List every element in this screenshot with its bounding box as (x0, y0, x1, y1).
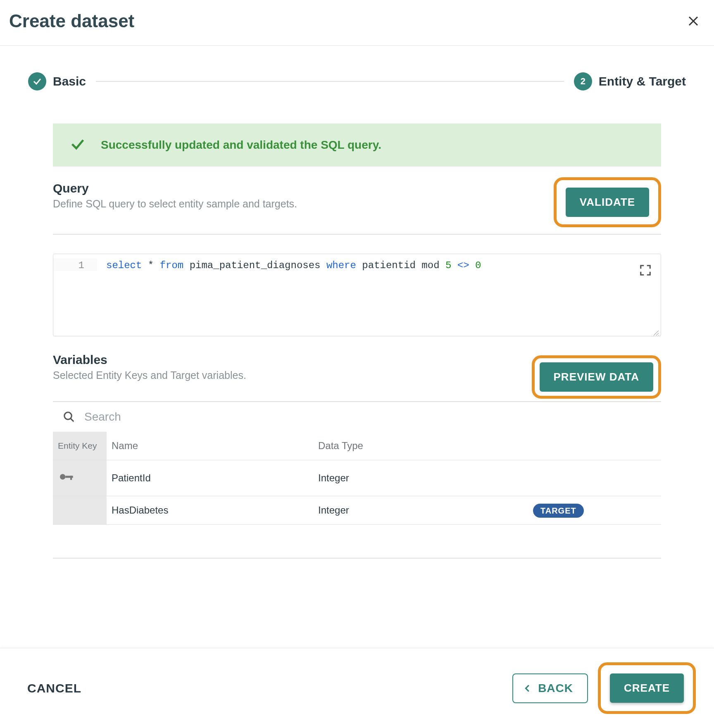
variable-name: PatientId (107, 460, 313, 496)
resize-handle[interactable] (653, 328, 659, 335)
modal-footer: CANCEL BACK CREATE (0, 648, 714, 728)
section-divider (53, 558, 661, 559)
svg-line-6 (71, 419, 74, 421)
table-row[interactable]: PatientId Integer (53, 460, 661, 496)
sql-code[interactable]: select * from pima_patient_diagnoses whe… (97, 258, 481, 271)
variables-table: Entity Key Name Data Type (53, 432, 661, 525)
check-icon (69, 136, 86, 154)
stepper: Basic 2 Entity & Target (28, 72, 686, 90)
variable-tags: TARGET (528, 496, 661, 525)
target-badge: TARGET (533, 504, 584, 518)
query-section-header: Query Define SQL query to select entity … (53, 181, 661, 235)
step-basic[interactable]: Basic (28, 72, 86, 90)
cancel-button[interactable]: CANCEL (27, 681, 81, 695)
back-button-label: BACK (538, 682, 573, 695)
create-button[interactable]: CREATE (610, 673, 684, 703)
variable-type: Integer (313, 496, 528, 525)
svg-point-5 (64, 412, 72, 420)
variable-type: Integer (313, 460, 528, 496)
back-button[interactable]: BACK (512, 673, 588, 703)
modal-title: Create dataset (9, 11, 134, 31)
search-icon (63, 411, 75, 423)
svg-rect-9 (70, 476, 72, 480)
resize-icon (653, 330, 659, 336)
close-icon (687, 15, 700, 27)
chevron-left-icon (523, 684, 532, 693)
variables-titles: Variables Selected Entity Keys and Targe… (53, 353, 246, 381)
variables-search-row (53, 402, 661, 432)
modal-content: Basic 2 Entity & Target Successfully upd… (0, 46, 714, 648)
variables-heading: Variables (53, 353, 246, 367)
step-entity-target-body: Successfully updated and validated the S… (28, 124, 686, 559)
line-number: 1 (53, 258, 97, 271)
step-basic-label: Basic (53, 74, 86, 88)
variables-table-header-row: Entity Key Name Data Type (53, 432, 661, 460)
entity-key-cell[interactable] (53, 496, 107, 525)
step-basic-badge (28, 72, 46, 90)
create-dataset-modal: Create dataset Basic 2 Entity & Target (0, 0, 714, 728)
svg-line-3 (656, 333, 659, 335)
variables-section: Variables Selected Entity Keys and Targe… (53, 353, 661, 559)
modal-header: Create dataset (0, 0, 714, 46)
sql-editor[interactable]: 1 select * from pima_patient_diagnoses w… (53, 254, 661, 336)
footer-right: BACK CREATE (512, 662, 696, 714)
svg-line-4 (658, 335, 659, 335)
variables-header: Variables Selected Entity Keys and Targe… (53, 353, 661, 402)
step-entity-target-badge: 2 (574, 72, 592, 90)
alert-message: Successfully updated and validated the S… (101, 138, 381, 152)
close-button[interactable] (685, 13, 702, 29)
fullscreen-icon (639, 264, 652, 276)
query-section-titles: Query Define SQL query to select entity … (53, 181, 297, 210)
variables-search-input[interactable] (84, 410, 654, 423)
variables-subheading: Selected Entity Keys and Target variable… (53, 369, 246, 381)
preview-data-button[interactable]: PREVIEW DATA (540, 362, 653, 392)
col-tags (528, 432, 661, 460)
highlight-validate: VALIDATE (554, 177, 661, 227)
svg-line-2 (654, 331, 659, 335)
col-entity-key: Entity Key (53, 432, 107, 460)
key-icon (58, 476, 74, 487)
step-connector (96, 81, 564, 82)
svg-point-7 (60, 474, 65, 479)
step-entity-target[interactable]: 2 Entity & Target (574, 72, 686, 90)
query-subheading: Define SQL query to select entity sample… (53, 198, 297, 210)
col-data-type: Data Type (313, 432, 528, 460)
alert-success: Successfully updated and validated the S… (53, 124, 661, 167)
entity-key-cell[interactable] (53, 460, 107, 496)
highlight-preview: PREVIEW DATA (532, 355, 661, 399)
table-row[interactable]: HasDiabetes Integer TARGET (53, 496, 661, 525)
query-heading: Query (53, 181, 297, 195)
col-name: Name (107, 432, 313, 460)
step-entity-target-label: Entity & Target (599, 74, 686, 88)
variable-name: HasDiabetes (107, 496, 313, 525)
variable-tags (528, 460, 661, 496)
expand-editor-button[interactable] (639, 264, 652, 276)
validate-button[interactable]: VALIDATE (566, 188, 649, 217)
editor-line-1: 1 select * from pima_patient_diagnoses w… (53, 254, 661, 271)
highlight-create: CREATE (598, 662, 696, 714)
check-icon (32, 76, 42, 86)
